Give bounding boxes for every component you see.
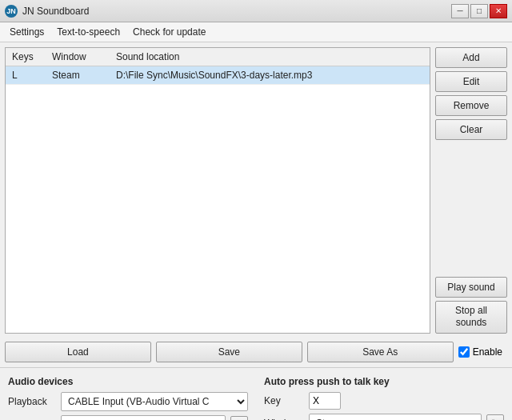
title-bar-left: JN JN Soundboard	[5, 5, 89, 18]
auto-press: Auto press push to talk key Key Window S…	[264, 376, 504, 420]
load-button[interactable]: Load	[5, 342, 151, 362]
minimize-button[interactable]: ─	[451, 4, 469, 18]
stop-all-button[interactable]: Stop all sounds	[435, 301, 507, 334]
remove-button[interactable]: Remove	[435, 95, 507, 116]
title-bar-controls: ─ □ ✕	[451, 4, 507, 18]
window-title: JN Soundboard	[22, 6, 89, 17]
key-input[interactable]	[309, 392, 341, 410]
auto-press-title: Auto press push to talk key	[264, 376, 504, 387]
playback-label: Playback	[8, 396, 56, 407]
playback-row: Playback CABLE Input (VB-Audio Virtual C	[8, 392, 248, 411]
enable-row: Enable	[458, 346, 507, 358]
title-bar: JN JN Soundboard ─ □ ✕	[0, 0, 512, 22]
save-as-button[interactable]: Save As	[307, 342, 454, 362]
menu-update[interactable]: Check for update	[126, 24, 212, 40]
playback-select[interactable]: CABLE Input (VB-Audio Virtual C	[61, 392, 248, 411]
button-panel: Add Edit Remove Clear Play sound Stop al…	[435, 47, 507, 334]
divider	[0, 367, 512, 368]
header-keys: Keys	[9, 50, 49, 64]
key-row: Key	[264, 392, 504, 410]
menu-tts[interactable]: Text-to-speech	[50, 24, 126, 40]
loopback-refresh-button[interactable]: ↻	[230, 416, 248, 420]
window-row: Window Steam ↻	[264, 414, 504, 420]
loopback-row: Loopback Microphone (Realtek High Defini…	[8, 415, 248, 420]
enable-checkbox[interactable]	[458, 346, 470, 358]
loopback-select[interactable]: Microphone (Realtek High Defini	[61, 415, 226, 420]
close-button[interactable]: ✕	[490, 4, 507, 18]
window-refresh-button[interactable]: ↻	[486, 414, 504, 420]
save-button[interactable]: Save	[156, 342, 302, 362]
window-select[interactable]: Steam	[309, 414, 482, 420]
clear-button[interactable]: Clear	[435, 119, 507, 140]
lower-section: Audio devices Playback CABLE Input (VB-A…	[0, 370, 512, 420]
key-label: Key	[264, 395, 304, 406]
audio-devices-title: Audio devices	[8, 376, 248, 387]
maximize-button[interactable]: □	[470, 4, 488, 18]
add-button[interactable]: Add	[435, 47, 507, 68]
edit-button[interactable]: Edit	[435, 71, 507, 92]
menu-bar: Settings Text-to-speech Check for update	[0, 22, 512, 42]
cell-keys: L	[9, 68, 49, 82]
sound-table: Keys Window Sound location L Steam D:\Fi…	[5, 47, 430, 334]
cell-window: Steam	[49, 68, 113, 82]
audio-devices: Audio devices Playback CABLE Input (VB-A…	[8, 376, 248, 420]
play-sound-button[interactable]: Play sound	[435, 277, 507, 298]
cell-sound-location: D:\File Sync\Music\SoundFX\3-days-later.…	[113, 68, 426, 82]
bottom-buttons: Load Save Save As Enable	[0, 338, 512, 366]
main-content: Keys Window Sound location L Steam D:\Fi…	[0, 42, 512, 338]
menu-settings[interactable]: Settings	[3, 24, 50, 40]
header-sound-location: Sound location	[113, 50, 426, 64]
table-header: Keys Window Sound location	[6, 48, 430, 66]
header-window: Window	[49, 50, 113, 64]
table-row[interactable]: L Steam D:\File Sync\Music\SoundFX\3-day…	[6, 66, 430, 85]
app-icon: JN	[5, 5, 18, 18]
enable-label: Enable	[473, 346, 502, 358]
table-body[interactable]: L Steam D:\File Sync\Music\SoundFX\3-day…	[6, 66, 430, 333]
